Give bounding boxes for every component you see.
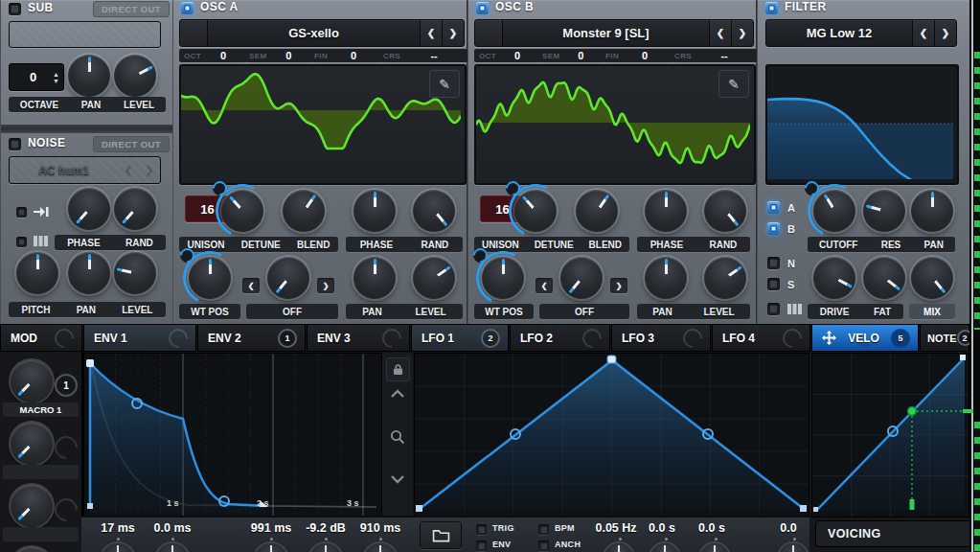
osc-a-oct-cell[interactable]: OCT 0 (179, 49, 250, 62)
filter-next-icon[interactable]: ❯ (934, 20, 956, 46)
tab-lfo2[interactable]: LFO 2 (510, 324, 610, 352)
filter-route-b[interactable]: B (767, 222, 795, 235)
osc-b-fin-cell[interactable]: FIN 0 (601, 49, 675, 62)
osc-b-wavetable-thumb[interactable] (475, 20, 503, 46)
filter-route-s-checkbox[interactable] (767, 278, 780, 290)
tab-note[interactable]: NOTE 2 (920, 324, 969, 352)
osc-a-phase-knob[interactable] (353, 190, 396, 232)
lfo-preset-button[interactable] (420, 521, 462, 549)
osc-b-warp-next-icon[interactable]: ❯ (610, 278, 627, 293)
filter-prev-icon[interactable]: ❮ (912, 20, 934, 46)
osc-a-warp-knob[interactable] (267, 257, 309, 299)
osc-a-pan-knob[interactable] (353, 257, 396, 299)
filter-curve-display[interactable] (765, 64, 959, 185)
sub-enable-checkbox[interactable] (9, 3, 21, 15)
filter-keytrack[interactable] (767, 303, 802, 315)
filter-route-n[interactable]: N (767, 257, 795, 269)
filter-fat-knob[interactable] (863, 257, 905, 299)
noise-prev-icon[interactable]: ❮ (118, 157, 139, 183)
osc-a-prev-icon[interactable]: ❮ (420, 20, 442, 46)
osc-a-enable-checkbox[interactable] (181, 2, 194, 14)
osc-a-rand-knob[interactable] (413, 190, 455, 232)
lfo-anch-checkbox[interactable] (538, 540, 549, 551)
macro4-knob[interactable] (11, 547, 53, 552)
osc-b-warp-prev-icon[interactable]: ❮ (536, 278, 553, 293)
osc-b-warp-knob[interactable] (560, 257, 603, 299)
tab-env3[interactable]: ENV 3 (307, 324, 410, 352)
osc-b-pan-knob[interactable] (645, 257, 687, 299)
noise-sample-selector[interactable]: AC hum1 ❮ ❯ (9, 156, 161, 184)
lfo-delay-value[interactable]: 0.0 s (683, 521, 741, 535)
sub-direct-out-button[interactable]: DIRECT OUT (93, 1, 170, 17)
stepper-down-icon[interactable]: ▼ (53, 78, 59, 84)
sub-level-knob[interactable] (114, 55, 156, 97)
osc-a-edit-icon[interactable]: ✎ (429, 70, 460, 98)
filter-route-n-checkbox[interactable] (767, 257, 780, 269)
osc-a-blend-knob[interactable] (283, 190, 325, 232)
filter-route-a-checkbox[interactable] (767, 201, 780, 214)
filter-route-s[interactable]: S (767, 278, 794, 290)
osc-b-wavetable-selector[interactable]: Monster 9 [SL] ❮ ❯ (474, 19, 754, 47)
lfo-bpm-checkbox[interactable] (538, 524, 549, 535)
lfo-rise-value[interactable]: 0.0 s (633, 521, 691, 535)
osc-b-sem-cell[interactable]: SEM 0 (537, 49, 606, 62)
osc-a-wtpos-knob[interactable] (189, 257, 231, 299)
env-lock-button[interactable] (386, 357, 410, 381)
macro2-knob[interactable] (11, 423, 53, 465)
tab-lfo4[interactable]: LFO 4 (712, 324, 810, 352)
chevron-up-icon[interactable] (391, 389, 404, 398)
osc-a-wave-display[interactable]: ✎ (179, 64, 467, 185)
filter-cutoff-knob[interactable] (813, 190, 855, 232)
noise-next-icon[interactable]: ❯ (139, 157, 160, 183)
macro3-knob[interactable] (11, 485, 53, 527)
osc-a-warp-next-icon[interactable]: ❯ (317, 278, 334, 293)
osc-b-wavetable-name[interactable]: Monster 9 [SL] (503, 20, 709, 46)
filter-route-b-checkbox[interactable] (767, 222, 780, 235)
osc-a-sem-cell[interactable]: SEM 0 (244, 49, 315, 62)
noise-keytrack-checkbox[interactable] (16, 237, 27, 247)
osc-b-phase-knob[interactable] (645, 190, 687, 232)
macro1-knob[interactable] (11, 360, 53, 402)
voicing-header[interactable]: VOICING (815, 520, 980, 547)
stepper-up-icon[interactable]: ▲ (53, 71, 59, 78)
env-graph[interactable] (83, 353, 383, 518)
osc-b-next-icon[interactable]: ❯ (731, 20, 753, 46)
osc-a-wavetable-selector[interactable]: GS-xello ❮ ❯ (179, 19, 465, 47)
filter-type-selector[interactable]: MG Low 12 ❮ ❯ (765, 19, 957, 47)
noise-oneshot-checkbox[interactable] (16, 207, 27, 218)
osc-b-level-knob[interactable] (704, 257, 746, 299)
osc-b-rand-knob[interactable] (704, 190, 746, 232)
noise-rand-knob[interactable] (114, 188, 156, 230)
noise-phase-knob[interactable] (68, 188, 110, 230)
noise-pan-knob[interactable] (68, 252, 110, 294)
osc-b-enable-checkbox[interactable] (476, 2, 489, 14)
tab-mod[interactable]: MOD (0, 324, 82, 352)
env-hold-value[interactable]: 0.0 ms (139, 521, 206, 535)
filter-enable-checkbox[interactable] (765, 2, 778, 14)
osc-a-crs-cell[interactable]: CRS -- (378, 49, 472, 62)
osc-b-edit-icon[interactable]: ✎ (718, 70, 749, 98)
zoom-icon[interactable] (390, 429, 405, 445)
tab-env1[interactable]: ENV 1 (83, 324, 196, 352)
tab-lfo3[interactable]: LFO 3 (611, 324, 711, 352)
chevron-down-icon[interactable] (391, 475, 404, 484)
osc-a-level-knob[interactable] (413, 257, 455, 299)
noise-level-knob[interactable] (114, 252, 156, 294)
filter-keytrack-checkbox[interactable] (767, 303, 780, 315)
filter-res-knob[interactable] (863, 190, 905, 232)
tab-lfo1[interactable]: LFO 12 (411, 324, 509, 352)
osc-a-wavetable-name[interactable]: GS-xello (208, 20, 420, 46)
filter-route-a[interactable]: A (767, 201, 795, 214)
osc-a-fin-cell[interactable]: FIN 0 (309, 49, 384, 62)
osc-b-detune-knob[interactable] (514, 190, 557, 232)
noise-pitch-knob[interactable] (16, 252, 58, 294)
osc-b-wtpos-knob[interactable] (482, 257, 524, 299)
sub-pan-knob[interactable] (68, 55, 110, 97)
osc-a-detune-knob[interactable] (221, 190, 263, 232)
osc-a-warp-prev-icon[interactable]: ❮ (242, 278, 260, 293)
lfo-smooth-value[interactable]: 0.0 (760, 521, 817, 535)
osc-b-blend-knob[interactable] (576, 190, 618, 232)
tab-env2[interactable]: ENV 21 (197, 324, 306, 352)
noise-direct-out-button[interactable]: DIRECT OUT (93, 136, 170, 152)
osc-b-prev-icon[interactable]: ❮ (709, 20, 731, 46)
